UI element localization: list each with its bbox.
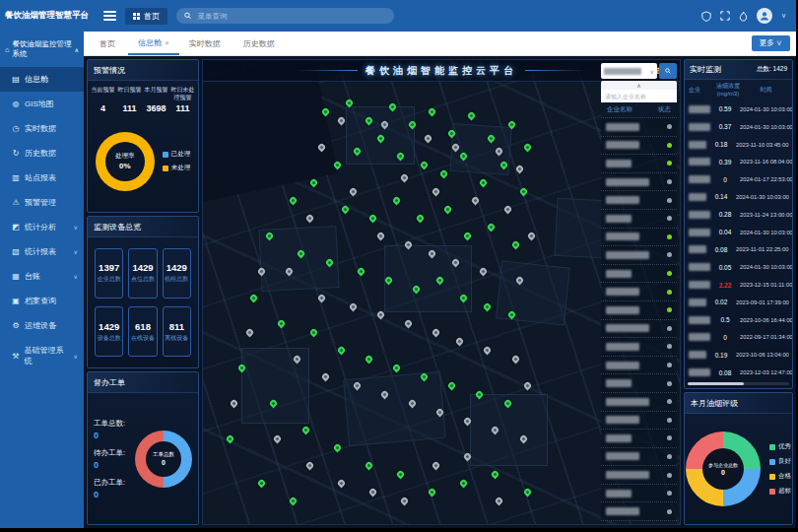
map-pin-icon[interactable] bbox=[379, 390, 389, 400]
monitor-row[interactable]: 0.08 2023-11-01 22:25:00 bbox=[685, 241, 792, 259]
tab[interactable]: 实时数据 bbox=[179, 32, 233, 55]
map-pin-icon[interactable] bbox=[424, 133, 433, 143]
sidebar-item-realtime-data[interactable]: ◷ 实时数据 bbox=[0, 116, 84, 141]
monitor-row[interactable]: 0.5 2023-10-06 16:44:00 bbox=[685, 311, 792, 329]
company-row[interactable] bbox=[601, 393, 677, 412]
company-row[interactable] bbox=[601, 246, 677, 265]
monitor-row[interactable]: 0.05 2024-01-30 10:03:00 bbox=[685, 258, 792, 276]
map-pin-icon[interactable] bbox=[387, 102, 397, 112]
map-pin-icon[interactable] bbox=[487, 133, 497, 143]
map-pin-icon[interactable] bbox=[455, 337, 465, 347]
map-pin-icon[interactable] bbox=[308, 177, 318, 187]
map-pin-icon[interactable] bbox=[344, 99, 354, 108]
monitor-row[interactable]: 0 2024-01-17 22:53:00 bbox=[685, 170, 792, 188]
map-pin-icon[interactable] bbox=[332, 443, 342, 453]
company-search-button[interactable] bbox=[659, 63, 677, 79]
map-pin-icon[interactable] bbox=[400, 173, 410, 183]
map-pin-icon[interactable] bbox=[364, 355, 373, 365]
map-pin-icon[interactable] bbox=[308, 328, 318, 338]
monitor-row[interactable]: 0.02 2023-09-01 17:39:00 bbox=[685, 294, 792, 311]
map-pin-icon[interactable] bbox=[375, 133, 385, 143]
collapse-toggle[interactable]: ∧ bbox=[601, 81, 677, 90]
fullscreen-icon[interactable] bbox=[720, 11, 730, 21]
sidebar-item-stats-analysis[interactable]: ◩ 统计分析 ∨ bbox=[0, 215, 84, 239]
map-pin-icon[interactable] bbox=[396, 470, 406, 480]
map-pin-icon[interactable] bbox=[432, 328, 441, 338]
map-pin-icon[interactable] bbox=[479, 177, 489, 187]
monitor-row[interactable]: 0.39 2023-11-16 08:04:00 bbox=[685, 153, 792, 170]
map-pin-icon[interactable] bbox=[416, 213, 426, 223]
map-pin-icon[interactable] bbox=[320, 372, 330, 382]
map-pin-icon[interactable] bbox=[352, 381, 362, 391]
map-pin-icon[interactable] bbox=[367, 488, 377, 498]
map-pin-icon[interactable] bbox=[249, 293, 259, 302]
map-pin-icon[interactable] bbox=[289, 195, 299, 205]
map-pin-icon[interactable] bbox=[467, 111, 477, 121]
map-pin-icon[interactable] bbox=[304, 213, 314, 223]
map-pin-icon[interactable] bbox=[447, 129, 457, 139]
company-row[interactable] bbox=[601, 412, 677, 431]
map-pin-icon[interactable] bbox=[522, 142, 532, 152]
company-row[interactable] bbox=[601, 448, 677, 467]
chevron-down-icon[interactable]: ∨ bbox=[781, 12, 786, 20]
map-pin-icon[interactable] bbox=[289, 497, 299, 506]
map-pin-icon[interactable] bbox=[443, 204, 453, 214]
map-pin-icon[interactable] bbox=[383, 275, 393, 285]
company-row[interactable] bbox=[601, 118, 677, 137]
map-pin-icon[interactable] bbox=[475, 390, 485, 400]
sidebar-item-gis-map[interactable]: ◍ GIS地图 bbox=[0, 92, 84, 116]
map-pin-icon[interactable] bbox=[230, 399, 239, 409]
map-pin-icon[interactable] bbox=[479, 266, 489, 276]
map-pin-icon[interactable] bbox=[447, 381, 457, 391]
map-pin-icon[interactable] bbox=[428, 488, 437, 498]
map-pin-icon[interactable] bbox=[265, 231, 275, 240]
menu-search-input[interactable] bbox=[195, 11, 386, 22]
map-pin-icon[interactable] bbox=[471, 195, 481, 205]
company-row[interactable] bbox=[601, 155, 677, 173]
map-pin-icon[interactable] bbox=[510, 239, 520, 249]
company-row[interactable] bbox=[601, 173, 677, 192]
map-pin-icon[interactable] bbox=[257, 266, 267, 276]
map-pin-icon[interactable] bbox=[316, 142, 326, 152]
map-pin-icon[interactable] bbox=[432, 186, 441, 196]
company-name-input[interactable] bbox=[601, 90, 677, 102]
tab[interactable]: 历史数据 bbox=[233, 32, 288, 55]
company-row[interactable] bbox=[601, 502, 677, 521]
map-pin-icon[interactable] bbox=[375, 310, 385, 320]
map-pin-icon[interactable] bbox=[364, 115, 373, 125]
map-pin-icon[interactable] bbox=[336, 346, 346, 356]
monitor-row[interactable]: 0.28 2023-11-24 13:00:00 bbox=[685, 206, 792, 224]
company-row[interactable] bbox=[601, 374, 677, 393]
sidebar-item-stats-report[interactable]: ▧ 统计报表 ∨ bbox=[0, 239, 84, 264]
tab[interactable]: 信息舱 × bbox=[128, 32, 179, 55]
sidebar-item-warning-manage[interactable]: ⚠ 预警管理 bbox=[0, 190, 84, 215]
map-pin-icon[interactable] bbox=[375, 231, 385, 240]
breadcrumb[interactable]: 首页 bbox=[125, 8, 167, 25]
map-pin-icon[interactable] bbox=[348, 186, 358, 196]
map-pin-icon[interactable] bbox=[245, 328, 255, 338]
sidebar-item-history-data[interactable]: ↻ 历史数据 bbox=[0, 141, 84, 166]
map-pin-icon[interactable] bbox=[348, 301, 358, 311]
map-pin-icon[interactable] bbox=[495, 497, 504, 506]
map-pin-icon[interactable] bbox=[435, 408, 445, 418]
map-pin-icon[interactable] bbox=[432, 461, 441, 471]
map-pin-icon[interactable] bbox=[506, 120, 516, 130]
map-pin-icon[interactable] bbox=[499, 160, 508, 169]
sidebar-system-header[interactable]: ⌂ 餐饮油烟监控管理系统 ∧ bbox=[0, 32, 84, 67]
monitor-row[interactable]: 0.04 2024-01-30 10:03:00 bbox=[685, 224, 792, 241]
map-pin-icon[interactable] bbox=[483, 301, 493, 311]
map-pin-icon[interactable] bbox=[435, 275, 445, 285]
map-pin-icon[interactable] bbox=[412, 284, 422, 294]
sidebar-item-archive-search[interactable]: ▣ 档案查询 bbox=[0, 289, 84, 313]
map-pin-icon[interactable] bbox=[340, 204, 350, 214]
tab[interactable]: 首页 bbox=[90, 32, 128, 55]
map-pin-icon[interactable] bbox=[451, 142, 461, 152]
map-pin-icon[interactable] bbox=[518, 186, 528, 196]
map-pin-icon[interactable] bbox=[367, 213, 377, 223]
map-pin-icon[interactable] bbox=[316, 293, 326, 302]
monitor-row[interactable]: 0.59 2024-01-30 10:03:00 bbox=[685, 100, 792, 118]
company-row[interactable] bbox=[601, 301, 677, 320]
map-pin-icon[interactable] bbox=[420, 372, 430, 382]
map-pin-icon[interactable] bbox=[408, 120, 418, 130]
company-row[interactable] bbox=[601, 137, 677, 156]
